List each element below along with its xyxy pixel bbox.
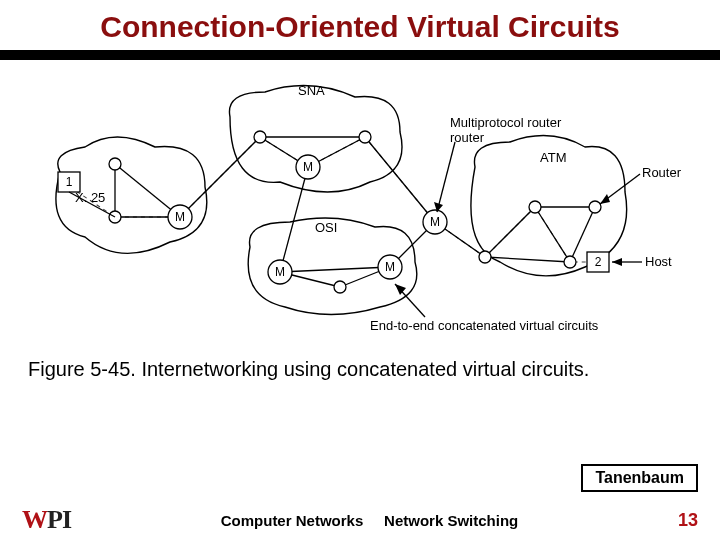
router-node <box>254 131 266 143</box>
svg-marker-21 <box>600 194 610 204</box>
cloud-atm-label: ATM <box>540 150 566 165</box>
m-label: M <box>385 260 395 274</box>
host-1-label: 1 <box>66 175 73 189</box>
footer-text: Computer Networks Network Switching <box>71 512 668 529</box>
svg-line-3 <box>180 137 260 217</box>
m-label: M <box>175 210 185 224</box>
network-diagram: X. 25 SNA ATM OSI <box>30 72 690 352</box>
host-2-label: 2 <box>595 255 602 269</box>
logo-i: I <box>62 505 71 535</box>
router-node <box>564 256 576 268</box>
logo-p: P <box>47 505 62 535</box>
label-end-to-end: End-to-end concatenated virtual circuits <box>370 318 599 333</box>
m-label: M <box>303 160 313 174</box>
footer-topic: Network Switching <box>384 512 518 529</box>
page-number: 13 <box>668 510 698 531</box>
footer-course: Computer Networks <box>221 512 364 529</box>
router-node <box>359 131 371 143</box>
router-node <box>529 201 541 213</box>
m-label: M <box>275 265 285 279</box>
router-node <box>479 251 491 263</box>
label-multiprotocol-router-2: router <box>450 130 485 145</box>
svg-line-7 <box>365 137 435 222</box>
label-router: Router <box>642 165 682 180</box>
label-multiprotocol-router: Multiprotocol router <box>450 115 562 130</box>
footer: WPI Computer Networks Network Switching … <box>0 500 720 540</box>
source-box: Tanenbaum <box>581 464 698 492</box>
svg-line-11 <box>280 267 390 272</box>
router-node <box>589 201 601 213</box>
cloud-sna-label: SNA <box>298 83 325 98</box>
figure-caption: Figure 5-45. Internetworking using conca… <box>28 356 692 383</box>
arrow-multiprotocol <box>437 142 455 212</box>
slide-title: Connection-Oriented Virtual Circuits <box>0 0 720 50</box>
svg-marker-22 <box>612 258 622 266</box>
svg-line-14 <box>485 207 535 257</box>
label-host: Host <box>645 254 672 269</box>
cloud-osi-label: OSI <box>315 220 337 235</box>
wpi-logo: WPI <box>22 505 71 535</box>
logo-w: W <box>22 505 47 535</box>
m-label: M <box>430 215 440 229</box>
router-node <box>109 158 121 170</box>
title-underline <box>0 50 720 60</box>
svg-line-18 <box>535 207 570 262</box>
router-node <box>334 281 346 293</box>
virtual-circuit-path <box>70 137 595 262</box>
